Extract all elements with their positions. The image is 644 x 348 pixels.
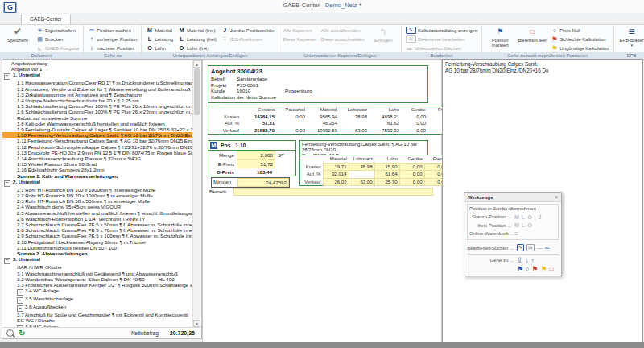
tree-item[interactable]: 1.15 Winkel Plasson 32mm 90 Grad — [2, 161, 193, 167]
tree-item[interactable]: 1.2 Armaturen, Ventile und Zubehör für ¶… — [2, 86, 193, 92]
tree-item[interactable]: 2.11 Dunstrohranschluss flexibel DN 50 -… — [2, 245, 193, 251]
tree-item[interactable]: Rabatt auf vorstehende Summe — [2, 115, 193, 121]
ribbon-button-bietertext-leer[interactable]: □Bietertext leer — [517, 26, 547, 43]
value-cell[interactable]: 61,64 — [374, 171, 399, 179]
tree-item[interactable]: 1.13 Druckrohr PE-HD 32x 2.9mm PN 12.5 1… — [2, 150, 193, 155]
tree-item[interactable]: 1.4 Unipipe Mehrschichtverbundrohr bis 2… — [2, 97, 193, 103]
tree-item[interactable]: HAR / HWR / Küche — [2, 264, 193, 270]
tree-item[interactable]: 2.1 Rohr HT-Rotstrich DN 100 x 1000mm ¶ … — [2, 187, 193, 193]
tree-item[interactable]: Angebotsanfang — [2, 60, 193, 66]
tree-item[interactable]: 1.9 Fernleitung-Duorohr Calpex ab Lager … — [2, 126, 193, 132]
value-cell[interactable]: 32,014 — [323, 171, 349, 179]
tree-item[interactable]: 1.11 Fernleitung-Verschraubung Calpex Sa… — [2, 138, 193, 143]
ribbon-button-ungünstige-kalkulation[interactable]: ⚑Ungünstige Kalkulation — [549, 44, 610, 52]
tree-item[interactable]: 1.12 Feuchtraum-Schrumpfendkappe Calpex … — [2, 144, 193, 150]
ribbon-button-lohn[interactable]: OLohn — [144, 44, 175, 52]
ribbon-button-eigenschaften[interactable]: ✳Eigenschaften — [35, 26, 80, 35]
ribbon-button-material[interactable]: MMaterial — [144, 26, 175, 35]
tree-item[interactable]: 2.5 Abwasseranschluß herstellen und maßl… — [2, 210, 193, 216]
tree-item[interactable]: 3.1 Waschmaschinenanschluß mit Geräteven… — [2, 271, 193, 276]
circle-blue-icon[interactable]: ○ — [526, 266, 529, 271]
arrow-up-outline-icon[interactable]: ⇧ — [517, 256, 523, 264]
tree-item[interactable]: 1.3 Zirkulationspumpe mit Armaturen und … — [2, 92, 193, 97]
tree-item[interactable]: 3.7 Anschluß für Spüle und Geschirrspüle… — [2, 312, 193, 317]
expand-icon[interactable]: + — [17, 289, 23, 296]
ribbon-button-epb-blätter[interactable]: ≡EPB-Blätter▾ — [617, 26, 644, 48]
value-cell[interactable]: 0,00 — [399, 171, 424, 179]
flag-blue-icon[interactable]: ⚑ — [517, 265, 523, 273]
tree-item[interactable]: 3.2 Wandeinbau-Waschgeraete-Sifon Dallme… — [2, 276, 193, 282]
ribbon-button-lohn-frei[interactable]: OLohn (frei) — [176, 44, 218, 52]
toolbox-titlebar[interactable]: Werkzeuge × — [464, 193, 561, 202]
value-cell[interactable]: 25,70 — [374, 178, 399, 186]
tree-item[interactable]: 1.6 Schlauchisolierung CosmoFlex 100% ¶ … — [2, 109, 193, 114]
search-icon[interactable] — [6, 329, 14, 337]
tree-item[interactable]: −2. Untertitel — [2, 179, 193, 187]
ribbon-button-jumbo-positionsliste[interactable]: JJumbo-Positionsliste — [220, 26, 276, 35]
flag-yellow-icon[interactable]: ⚑ — [540, 265, 547, 273]
tree-item[interactable]: 1.5 Schlauchisolierung CosmoFlex 100% ¶ … — [2, 103, 193, 109]
ribbon-button-nächster-position[interactable]: ↓nächster Position — [86, 44, 138, 52]
tree-item[interactable]: −1. Untertitel — [2, 72, 193, 80]
scroll-down-icon[interactable]: ▼ — [193, 320, 200, 327]
expand-icon[interactable]: + — [17, 297, 23, 304]
ribbon-button-vorheriger-position[interactable]: ↑vorheriger Position — [86, 35, 138, 44]
tree-item[interactable]: 1.16 Edelstahlrohr Sanpress 28x1.2mm — [2, 167, 193, 172]
tree-item[interactable]: 1.1 Hauswasserstation CosmoClear RD 1" ¶… — [2, 80, 193, 85]
tree-item[interactable]: +3.6 Ausgußbecken — [2, 304, 193, 312]
minuten-field[interactable]: 24,47592 — [237, 178, 289, 187]
close-icon[interactable]: × — [555, 194, 558, 200]
tree-item-selected[interactable]: 1.10 Fernleitung-Verschraubung Calpex Sa… — [2, 132, 193, 138]
tab-gaeb-center[interactable]: GAEB-Center — [21, 14, 71, 24]
ribbon-button-preis-null[interactable]: ○Preis Null — [549, 26, 610, 35]
tree-item[interactable]: 2.4 Waschtisch derby 95x45cm weiss VIGOU… — [2, 204, 193, 209]
tree-item[interactable]: +3.5 Waschtischanlage — [2, 296, 193, 304]
ribbon-button-leistung-frei[interactable]: LLeistung (frei) — [176, 35, 218, 44]
ribbon-button-position-markiert[interactable]: ⚑Position markiert — [485, 26, 515, 48]
refresh-icon[interactable]: ↻ — [19, 329, 25, 338]
square-red-icon[interactable]: □ — [549, 265, 553, 272]
tree-item[interactable]: 1.8 Kalt-oder Warmwasseranschluß herstel… — [2, 121, 193, 126]
scroll-up-icon[interactable]: ▲ — [193, 60, 200, 68]
collapse-icon[interactable]: − — [4, 258, 10, 264]
ribbon-button-kalkulationsdialog-anzeigen[interactable]: ✎Kalkulationsdialog anzeigen — [404, 26, 479, 35]
value-cell[interactable]: 26,02 — [323, 178, 349, 186]
tree-item[interactable]: 2.8 Schutzschlauch CosmoFlex PE 5 x 70mm… — [2, 227, 193, 233]
bemerk-field[interactable] — [233, 188, 433, 196]
epreis-field[interactable]: 51,72 — [237, 160, 275, 168]
value-cell[interactable]: 0,00 — [399, 163, 424, 171]
tree-item[interactable]: 2.10 Fertigablauf f.Leckwasser Abgang 50… — [2, 239, 193, 245]
menge-field[interactable]: 2,000 — [237, 151, 275, 160]
flag-red-icon[interactable]: ⚑ — [531, 265, 538, 273]
tree-item[interactable]: 2.3 Rohr HT-Rotstrich DN 50 x 500mm ¶ m.… — [2, 198, 193, 204]
ribbon-button-schlechte-kalkulation[interactable]: ⚑Schlechte Kalkulation — [549, 35, 610, 44]
tree-item[interactable]: 2.2 Rohr HT-Rotstrich DN 70 x 1000mm ¶ m… — [2, 193, 193, 198]
collapse-icon[interactable]: − — [4, 180, 10, 187]
ribbon-button-material-frei[interactable]: MMaterial (frei) — [176, 26, 218, 35]
edit-dialog-icon[interactable]: ✎ — [517, 244, 524, 251]
ribbon-button-drucken[interactable]: ▤Drucken — [35, 35, 80, 44]
value-cell[interactable]: 63,00 — [349, 178, 374, 186]
ribbon-button-speichern[interactable]: ✔Speichern — [2, 26, 33, 43]
scroll-thumb[interactable] — [194, 68, 200, 115]
tree-item[interactable]: Summe 1. Kalt- und Warmwasserleitungen — [2, 173, 193, 179]
value-cell[interactable]: 15,90 — [374, 163, 399, 171]
tree-item[interactable]: Angebot vor 1 — [2, 66, 193, 72]
tree-item[interactable]: +3.4 WC-Anlage — [2, 288, 193, 296]
tree-item[interactable]: −3. Untertitel — [2, 256, 193, 264]
minus-icon[interactable]: — — [537, 245, 543, 251]
value-cell[interactable]: 19,71 — [323, 163, 349, 171]
tree-item[interactable]: Summe 2. Abwasserleitungen — [2, 251, 193, 256]
ribbon-button-leistung[interactable]: LLeistung — [144, 35, 175, 44]
arrow-down-icon[interactable]: ↓ — [526, 257, 529, 264]
ribbon-button-position-suchen[interactable]: ∞Position suchen — [86, 26, 138, 35]
value-cell[interactable]: 38,98 — [349, 163, 374, 171]
tree-item[interactable]: 3.3 Frostsichere Aussenarmatur Kemper 1/… — [2, 282, 193, 288]
tree-item[interactable]: 2.7 Schutzschlauch CosmoFlex PE 5 x 50mm… — [2, 222, 193, 227]
binoculars-icon[interactable]: ∞ — [545, 244, 550, 251]
tree-item[interactable]: EG WC / Dusche — [2, 317, 193, 323]
value-cell[interactable]: 0,00 — [399, 178, 424, 186]
collapse-icon[interactable]: − — [4, 73, 10, 80]
text-edit-icon[interactable]: ▤ — [526, 244, 535, 251]
tree-scrollbar[interactable]: ▲ ▼ — [192, 60, 200, 327]
